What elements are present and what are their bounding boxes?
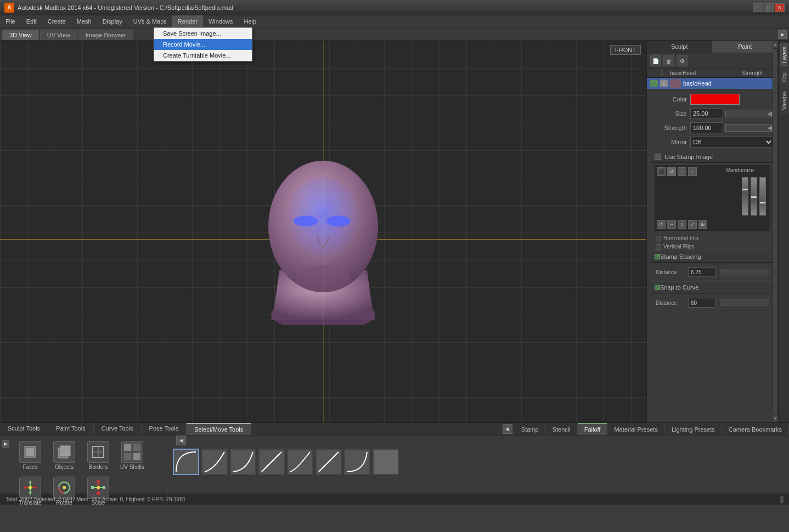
dropdown-record-movie[interactable]: Record Movie...	[154, 39, 252, 50]
minimize-button[interactable]: ─	[753, 3, 763, 12]
br-tab-stencil[interactable]: Stencil	[546, 424, 578, 435]
falloff-item-4[interactable]	[258, 449, 285, 475]
stamp-distance-input[interactable]	[688, 267, 715, 277]
edge-tab-layers[interactable]: Layers	[780, 43, 788, 67]
stamp-bottom-rotate[interactable]: ↺	[657, 220, 666, 229]
strength-label: Strength	[651, 124, 687, 131]
br-tab-falloff[interactable]: Falloff	[578, 423, 608, 435]
tab-scroll-arrow[interactable]: ▶	[778, 30, 787, 39]
tool-objects[interactable]: Objects	[48, 439, 80, 472]
settings-layer-button[interactable]: ⚙	[677, 55, 687, 66]
title-bar: A Autodesk Mudbox 2014 x64 - Unregistere…	[0, 0, 789, 15]
mirror-select[interactable]: Off X Y Z	[690, 137, 774, 148]
tool-tab-pose[interactable]: Pose Tools	[142, 423, 187, 435]
tool-borders[interactable]: Borders	[82, 439, 114, 472]
tool-tab-curve[interactable]: Curve Tools	[94, 423, 142, 435]
dropdown-save-screen[interactable]: Save Screen Image...	[154, 28, 252, 39]
stamp-bottom-expand[interactable]: ⤢	[688, 220, 697, 229]
br-tab-material[interactable]: Material Presets	[607, 424, 664, 435]
dropdown-turntable[interactable]: Create Turntable Movie...	[154, 50, 252, 61]
stamp-bottom-grid[interactable]: ⊞	[698, 220, 707, 229]
falloff-item-2[interactable]	[201, 449, 228, 475]
tab-image-browser[interactable]: Image Browser	[78, 30, 133, 40]
stamp-rotate-btn[interactable]: ↺	[667, 167, 676, 176]
right-panel-scrollbar[interactable]: ▲ ▼	[773, 41, 778, 422]
snap-curve-check[interactable]	[655, 285, 660, 290]
tool-translate[interactable]: Translate	[14, 474, 46, 508]
tool-uv-shells[interactable]: UV Shells	[116, 439, 148, 472]
stamp-slider-2[interactable]	[751, 177, 757, 216]
color-picker[interactable]	[690, 94, 740, 105]
br-tab-lighting[interactable]: Lighting Presets	[665, 424, 722, 435]
viewport-3d[interactable]: www.softpedia.com	[0, 41, 646, 422]
edge-tab-viewpo[interactable]: Viewpo.	[780, 87, 788, 114]
stamp-flip-h-btn[interactable]: ↔	[678, 167, 686, 176]
use-stamp-label: Use Stamp Image	[664, 154, 713, 160]
menu-render[interactable]: Render	[172, 15, 203, 27]
falloff-item-6[interactable]	[315, 449, 342, 475]
use-stamp-check[interactable]	[655, 154, 661, 160]
strength-slider[interactable]: ◀	[725, 124, 774, 132]
close-button[interactable]: ✕	[775, 3, 785, 12]
menu-create[interactable]: Create	[42, 15, 71, 27]
tab-uv-view[interactable]: UV View	[40, 30, 77, 40]
menu-display[interactable]: Display	[97, 15, 128, 27]
bottom-panel-scroll-left[interactable]: ◀	[503, 424, 512, 434]
menu-help[interactable]: Help	[239, 15, 262, 27]
tab-3d-view[interactable]: 3D View	[2, 30, 39, 40]
menu-windows[interactable]: Windows	[203, 15, 239, 27]
size-slider[interactable]: ◀	[725, 110, 774, 117]
status-resize[interactable]	[780, 496, 784, 503]
falloff-item-7[interactable]	[344, 449, 370, 475]
strength-input[interactable]	[690, 122, 723, 133]
tool-rotate[interactable]: Rotate	[48, 474, 80, 508]
stamp-slider-1[interactable]	[742, 177, 748, 216]
menu-edit[interactable]: Edit	[21, 15, 42, 27]
tool-scale[interactable]: Scale	[82, 474, 114, 508]
falloff-item-3[interactable]	[230, 449, 256, 475]
size-input[interactable]	[690, 108, 723, 119]
falloff-item-flat[interactable]	[373, 449, 399, 475]
scroll-down-arrow[interactable]: ▼	[773, 415, 778, 422]
stamp-slider-3[interactable]	[759, 177, 766, 216]
menu-mesh[interactable]: Mesh	[71, 15, 97, 27]
tool-faces[interactable]: Faces	[14, 439, 46, 472]
br-tab-stamp[interactable]: Stamp	[515, 424, 546, 435]
menu-uvs-maps[interactable]: UVs & Maps	[128, 15, 172, 27]
tool-tab-sculpt[interactable]: Sculpt Tools	[0, 423, 48, 435]
stamp-bottom-flip-v[interactable]: ↕	[678, 220, 686, 229]
stamp-spacing-check[interactable]	[655, 254, 660, 259]
maximize-button[interactable]: □	[764, 3, 774, 12]
stamp-tool-1[interactable]: ⬛	[657, 167, 666, 176]
stamp-flip-v-btn[interactable]: ↕	[688, 167, 697, 176]
delete-layer-button[interactable]: 🗑	[663, 55, 674, 66]
menu-file[interactable]: File	[0, 15, 21, 27]
stamp-distance-slider[interactable]	[720, 269, 769, 275]
stamp-bottom-flip-h[interactable]: ↔	[667, 220, 676, 229]
layer-row-basichead[interactable]: L basicHead	[647, 78, 778, 89]
falloff-scroll-arrow[interactable]: ◀	[176, 435, 186, 445]
borders-icon	[87, 441, 109, 463]
head-model	[246, 117, 400, 325]
edge-tab-obj[interactable]: Obj.	[780, 68, 788, 86]
h-flip-check[interactable]	[656, 236, 661, 241]
panel-tab-paint[interactable]: Paint	[713, 41, 779, 53]
uv-shells-label: UV Shells	[120, 464, 144, 470]
snap-curve-label: Snap to Curve	[660, 284, 698, 291]
falloff-item-5[interactable]	[287, 449, 313, 475]
tool-scroll-arrow[interactable]: ▶	[2, 440, 9, 448]
falloff-steep-concave[interactable]	[173, 449, 199, 475]
tool-tab-select-move[interactable]: Select/Move Tools	[187, 423, 251, 435]
br-tab-camera[interactable]: Camera Bookmarks	[722, 424, 789, 435]
new-layer-button[interactable]: 📄	[650, 55, 661, 66]
snap-distance-slider[interactable]	[720, 299, 769, 306]
layer-eye-icon[interactable]	[650, 80, 658, 87]
svg-marker-19	[35, 486, 37, 489]
faces-icon	[19, 441, 41, 463]
panel-tab-sculpt[interactable]: Sculpt	[647, 41, 713, 53]
scroll-up-arrow[interactable]: ▲	[773, 41, 778, 48]
v-flip-check[interactable]	[656, 244, 661, 250]
snap-distance-input[interactable]	[688, 298, 715, 308]
tool-tab-paint[interactable]: Paint Tools	[48, 423, 94, 435]
stamp-distance-row: Distance	[656, 267, 769, 277]
